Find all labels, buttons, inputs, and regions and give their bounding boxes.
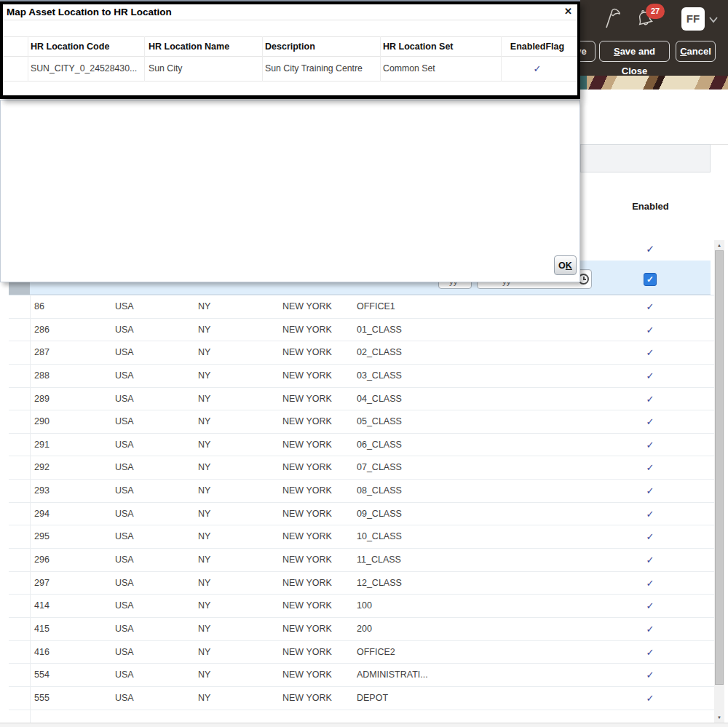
dialog-table-row[interactable]: SUN_CITY_0_24528430... Sun City Sun City… (3, 57, 577, 82)
cell-country: USA (115, 319, 134, 342)
cell-location-code: 02_CLASS (357, 341, 402, 365)
cell-city: NEW YORK (282, 295, 332, 319)
enabled-check: ✓ (632, 641, 668, 664)
toolbar-panel (580, 144, 711, 172)
cell-state: NY (198, 295, 210, 319)
cell-state: NY (198, 456, 210, 480)
flag-icon[interactable] (602, 7, 622, 31)
cell-state: NY (198, 572, 210, 595)
enabled-column-header: Enabled (616, 201, 685, 212)
vertical-scrollbar[interactable]: ▲ ▼ (714, 240, 724, 723)
cell-country: USA (115, 641, 134, 664)
cell-location-id: 416 (34, 641, 50, 664)
table-row[interactable]: 288 USA NY NEW YORK 03_CLASS ✓ (9, 365, 714, 388)
enabled-check: ✓ (632, 618, 668, 641)
cancel-button[interactable]: Cancel (676, 41, 716, 62)
table-row[interactable]: 287 USA NY NEW YORK 02_CLASS ✓ (9, 341, 714, 365)
cell-location-code: 01_CLASS (357, 319, 402, 342)
cell-country: USA (115, 525, 134, 549)
scrollbar-thumb[interactable] (715, 250, 724, 685)
enabled-check: ✓ (632, 664, 668, 687)
cell-state: NY (198, 388, 210, 411)
col-description: Description (265, 37, 315, 57)
cell-location-id: 294 (34, 503, 50, 526)
cell-country: USA (115, 664, 134, 687)
close-icon[interactable]: ✕ (564, 6, 572, 17)
table-row[interactable]: 286 USA NY NEW YORK 01_CLASS ✓ (9, 319, 714, 342)
table-row[interactable]: 293 USA NY NEW YORK 08_CLASS ✓ (9, 480, 714, 503)
map-location-dialog: Map Asset Location to HR Location ✕ HR L… (0, 1, 580, 99)
cell-location-id: 287 (34, 341, 50, 365)
cell-location-id: 555 (34, 687, 50, 710)
table-bottom-edge (0, 723, 728, 727)
cell-state: NY (198, 319, 210, 342)
table-row[interactable]: 555 USA NY NEW YORK DEPOT ✓ (9, 687, 714, 710)
cell-city: NEW YORK (282, 572, 332, 595)
table-row[interactable]: 296 USA NY NEW YORK 11_CLASS ✓ (9, 549, 714, 572)
table-row[interactable]: 415 USA NY NEW YORK 200 ✓ (9, 618, 714, 641)
cell-state: NY (198, 687, 210, 710)
enabled-check: ✓ (632, 365, 668, 388)
cell-city: NEW YORK (282, 618, 332, 641)
cell-location-code: 10_CLASS (357, 525, 402, 549)
cell-location-code: 11_CLASS (357, 549, 401, 572)
cell-city: NEW YORK (282, 641, 332, 664)
table-row[interactable]: 554 USA NY NEW YORK ADMINISTRATI... ✓ (9, 664, 714, 687)
screen: 27 FF Save Save and Close Cancel Enabled… (0, 0, 728, 727)
cell-city: NEW YORK (282, 319, 332, 342)
lov-results-panel: OK (0, 100, 580, 282)
enabled-check: ✓ (632, 687, 668, 710)
cell-country: USA (115, 549, 134, 572)
ok-button[interactable]: OK (554, 255, 577, 275)
cell-location-code: DEPOT (357, 687, 388, 710)
col-hr-location-code: HR Location Code (31, 37, 109, 57)
cell-location-id: 554 (34, 664, 50, 687)
cell-location-code: 08_CLASS (357, 480, 402, 503)
table-row[interactable]: 295 USA NY NEW YORK 10_CLASS ✓ (9, 525, 714, 549)
cell-location-id: 414 (34, 595, 50, 618)
save-and-close-button[interactable]: Save and Close (599, 41, 670, 62)
dialog-title-bar: Map Asset Location to HR Location ✕ (3, 4, 577, 20)
enabled-check: ✓ (632, 295, 668, 319)
dialog-col-divider (380, 36, 381, 82)
cell-state: NY (198, 365, 210, 388)
cell-location-code: ADMINISTRATI... (357, 664, 428, 687)
table-row[interactable]: 289 USA NY NEW YORK 04_CLASS ✓ (9, 388, 714, 411)
cell-city: NEW YORK (282, 341, 332, 365)
enabledflag-check: ✓ (501, 57, 574, 81)
cell-location-id: 295 (34, 525, 50, 549)
dialog-col-divider (144, 36, 145, 82)
table-row[interactable]: 416 USA NY NEW YORK OFFICE2 ✓ (9, 641, 714, 664)
table-row[interactable]: 297 USA NY NEW YORK 12_CLASS ✓ (9, 572, 714, 595)
table-row[interactable]: 294 USA NY NEW YORK 09_CLASS ✓ (9, 503, 714, 526)
cell-country: USA (115, 595, 134, 618)
cell-country: USA (115, 365, 134, 388)
enabled-check: ✓ (632, 388, 668, 411)
table-row[interactable]: 290 USA NY NEW YORK 05_CLASS ✓ (9, 410, 714, 434)
table-row[interactable]: 292 USA NY NEW YORK 07_CLASS ✓ (9, 456, 714, 480)
avatar[interactable]: FF (681, 7, 705, 31)
cell-state: NY (198, 595, 210, 618)
enabled-check: ✓ (632, 434, 668, 457)
scroll-down-icon[interactable]: ▼ (714, 712, 724, 723)
enabled-checkbox[interactable]: ✓ (644, 273, 657, 286)
cell-hr-location-set: Common Set (383, 57, 435, 81)
scroll-up-icon[interactable]: ▲ (714, 240, 724, 250)
cell-location-id: 293 (34, 480, 50, 503)
enabled-check: ✓ (632, 456, 668, 480)
cell-description: Sun City Training Centre (265, 57, 363, 81)
table-row[interactable]: 86 USA NY NEW YORK OFFICE1 ✓ (9, 295, 714, 319)
banner-image (580, 76, 728, 90)
table-row[interactable]: 414 USA NY NEW YORK 100 ✓ (9, 595, 714, 618)
table-row[interactable]: 291 USA NY NEW YORK 06_CLASS ✓ (9, 434, 714, 457)
cell-state: NY (198, 341, 210, 365)
cell-location-code: 07_CLASS (357, 456, 402, 480)
cell-location-id: 290 (34, 410, 50, 434)
cell-location-code: 200 (357, 618, 372, 641)
cell-city: NEW YORK (282, 480, 332, 503)
cell-country: USA (115, 295, 134, 319)
cell-location-id: 86 (34, 295, 44, 319)
enabled-check: ✓ (632, 595, 668, 618)
cell-location-id: 286 (34, 319, 50, 342)
chevron-down-icon[interactable] (708, 16, 719, 23)
